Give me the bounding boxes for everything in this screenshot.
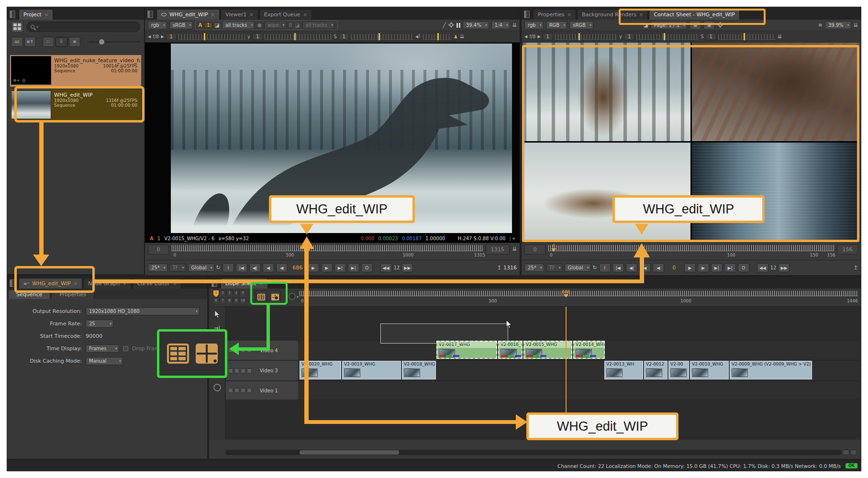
tab-properties[interactable]: Properties× (533, 9, 576, 20)
layers-icon[interactable] (241, 348, 245, 353)
export-frame-icon[interactable]: ↥ (854, 265, 858, 270)
frame-increment[interactable]: 12 (394, 265, 400, 270)
timeline-clip[interactable]: V2-0009_WHG (V2-0009_WHG > V2) (730, 361, 812, 379)
saturation-value[interactable]: 1 (706, 33, 716, 40)
transport-button[interactable]: O (361, 263, 373, 272)
layers-icon[interactable] (241, 388, 245, 393)
layers-icon[interactable] (241, 368, 245, 373)
close-icon[interactable]: × (303, 12, 307, 17)
contact-sheet-button[interactable] (256, 290, 267, 304)
dope-ruler[interactable]: 0 500 1000 1446 (300, 290, 858, 306)
gamma-slider[interactable] (265, 34, 332, 40)
dope-marker-7[interactable]: 7 (220, 298, 226, 305)
collapse-chevrons-icon[interactable]: ⇊ (460, 34, 464, 39)
next-stop-icon[interactable]: ▶ (161, 35, 164, 39)
jump-forward-button[interactable]: ▶▶ (401, 263, 413, 272)
range-mode-select[interactable]: Global (565, 264, 591, 272)
tab-project[interactable]: Project× (19, 9, 53, 20)
eye-icon[interactable] (234, 368, 239, 373)
transport-button[interactable]: ▶| (724, 263, 736, 272)
list-view-button[interactable]: ≡ (69, 37, 81, 47)
layer-select[interactable]: RGB (546, 21, 568, 29)
transport-button[interactable]: ◀ (276, 263, 288, 272)
timeline-tool-icon[interactable]: ╱ (443, 22, 446, 28)
loop-icon[interactable]: ↻ (593, 265, 597, 270)
track-header-video3[interactable]: Video 3 (225, 360, 299, 381)
transport-button[interactable]: |◀ (612, 263, 624, 272)
eye-icon[interactable] (234, 348, 239, 353)
tab-dope-sheet[interactable]: Dope Sheet× (221, 278, 268, 289)
tab-node-graph[interactable]: Node Graph× (83, 278, 131, 289)
range-in-box[interactable]: 0 (524, 245, 545, 255)
eye-icon[interactable] (234, 388, 239, 393)
close-icon[interactable]: × (639, 12, 643, 17)
dope-marker-10[interactable]: 10 (240, 298, 246, 305)
tab-viewer1[interactable]: Viewer1× (221, 9, 258, 20)
panel-split-icon[interactable] (9, 10, 16, 19)
export-frame-icon[interactable]: ↥ (497, 265, 501, 270)
grid-view-button[interactable]: ∷ (43, 37, 55, 47)
transport-button[interactable]: ▶ (698, 263, 709, 272)
transport-button[interactable]: ◀ (639, 263, 651, 272)
close-icon[interactable]: × (74, 281, 78, 286)
wipe-toggle-icon[interactable]: ● (257, 22, 262, 28)
zoom-select[interactable]: 39.4% (463, 21, 489, 29)
settings-gear-icon[interactable] (448, 22, 454, 29)
input-b-label[interactable]: B (289, 22, 293, 28)
close-icon[interactable]: × (45, 12, 48, 17)
knob-dropdown-icon[interactable]: ▾ (297, 295, 299, 299)
input-a-index[interactable]: 1 (204, 22, 212, 28)
timeline-clip[interactable]: V2-00 (668, 361, 689, 379)
zoom-select[interactable]: 39.9% (825, 21, 851, 29)
close-icon[interactable]: × (568, 12, 571, 17)
dope-marker-5[interactable]: 5 (240, 290, 246, 297)
contact-cell-motion-blur[interactable] (692, 143, 859, 241)
close-icon[interactable]: × (259, 281, 263, 286)
enable-icon[interactable] (247, 348, 252, 353)
tracks-a-select[interactable]: all tracks (222, 21, 255, 29)
track-header-video4[interactable]: Video 4 (225, 340, 299, 360)
lock-icon[interactable] (228, 368, 233, 373)
sync-select[interactable]: TF (169, 264, 186, 272)
contact-timeline-ruler[interactable]: 0 50 100 150 156 0 (548, 245, 834, 259)
jump-back-button[interactable]: ◀◀ (380, 263, 392, 272)
lock-icon[interactable] (228, 388, 233, 393)
gamma-value[interactable]: 1 (624, 33, 634, 40)
tab-background-renders[interactable]: Background Renders× (577, 9, 648, 20)
disk-caching-select[interactable]: Manual (86, 357, 123, 365)
channels-select[interactable]: rgb (524, 21, 544, 29)
dope-marker-9[interactable]: 9 (233, 298, 239, 305)
timeline-clip[interactable]: V2-0010_WHG (690, 361, 729, 379)
gamma-slider[interactable] (636, 34, 699, 40)
transport-button[interactable]: ▶| (348, 263, 359, 272)
range-mode-select[interactable]: Global (188, 264, 214, 272)
pointer-tool-icon[interactable] (214, 311, 221, 318)
contact-cell-dinosaur[interactable] (692, 43, 859, 141)
viewer-timeline-ruler[interactable]: 0 500 1000 1315 686 (172, 245, 483, 259)
mark-in-button[interactable]: I (223, 263, 234, 272)
enable-icon[interactable] (247, 368, 252, 373)
timeline-clip[interactable]: V2-0015_WHG (523, 341, 572, 359)
dope-marker-6[interactable]: 6 (213, 298, 219, 305)
current-frame[interactable]: 686 (289, 265, 306, 271)
dope-marker-3[interactable]: 3 (226, 290, 233, 297)
transport-button[interactable]: ◀ (653, 263, 664, 272)
saturation-slider[interactable] (351, 34, 413, 40)
panel-split-icon[interactable] (147, 10, 154, 19)
timeline-clip[interactable]: V2-0019_WHG (342, 361, 401, 379)
transport-button[interactable]: ▶ (308, 263, 319, 272)
contact-cell-viking[interactable] (523, 43, 690, 141)
tab-whg-edit-wip-sequence[interactable]: ≡⁺ WHG_edit_WIP × (19, 278, 82, 289)
frame-increment[interactable]: 12 (770, 265, 777, 270)
sort-az-button[interactable]: az (11, 37, 23, 47)
collapse-chevrons-icon[interactable]: ⇊ (778, 34, 782, 39)
transport-button[interactable]: ▶| (711, 263, 723, 272)
collapse-chevrons-icon[interactable]: ⇊ (512, 22, 517, 28)
thumbnail-size-slider[interactable] (89, 41, 140, 43)
range-out-box[interactable]: 156 (837, 245, 858, 255)
input-a-label[interactable]: A (198, 22, 202, 28)
playhead-marker[interactable]: 686 (301, 244, 315, 252)
transport-button[interactable]: ▶ (321, 263, 333, 272)
transport-button[interactable]: O (738, 263, 749, 272)
scroll-right-button[interactable] (850, 450, 857, 455)
